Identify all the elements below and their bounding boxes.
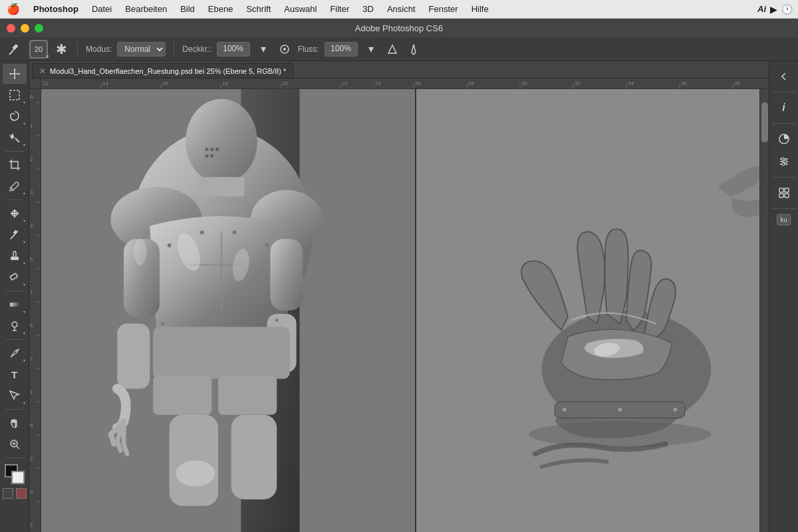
color-panel-button[interactable] xyxy=(772,129,796,149)
zoom-tool[interactable] xyxy=(3,434,27,454)
deckr-label: Deckkr.: xyxy=(182,45,211,54)
gradient-tool[interactable]: ▾ xyxy=(3,295,27,315)
canvas-area: ✕ Modul3_Hand_Oberflaechen_Ruestung.psd … xyxy=(29,61,769,532)
clock-icon[interactable]: 🕐 xyxy=(781,4,793,15)
path-select-tool[interactable]: ▾ xyxy=(3,386,27,406)
svg-text:28: 28 xyxy=(468,80,474,86)
fullscreen-button[interactable] xyxy=(35,24,43,33)
crop-tool[interactable] xyxy=(3,155,27,175)
svg-text:2: 2 xyxy=(30,522,33,528)
svg-rect-8 xyxy=(13,230,17,235)
hand-tool[interactable] xyxy=(3,413,27,433)
brush-tool-icon[interactable] xyxy=(5,40,24,59)
svg-text:26: 26 xyxy=(415,80,421,86)
deckr-value[interactable]: 100% xyxy=(217,42,250,57)
fluss-value[interactable]: 100% xyxy=(325,42,358,57)
deckr-arrow[interactable]: ▾ xyxy=(255,41,271,57)
menu-photoshop[interactable]: Photoshop xyxy=(27,0,85,18)
standard-mode[interactable] xyxy=(3,488,13,499)
heal-brush-tool[interactable]: ▾ xyxy=(3,203,27,223)
eraser-tool[interactable]: ▾ xyxy=(3,267,27,287)
svg-rect-0 xyxy=(12,44,18,50)
rpanel-separator-2 xyxy=(772,123,796,124)
svg-rect-136 xyxy=(779,188,783,192)
lasso-tool[interactable]: ▾ xyxy=(3,106,27,126)
modus-select[interactable]: Normal xyxy=(117,42,166,57)
svg-rect-96 xyxy=(210,154,213,158)
dodge-tool[interactable]: ▾ xyxy=(3,316,27,336)
brush-preset-picker[interactable]: 20 xyxy=(29,40,48,59)
canvas-scroll-area[interactable] xyxy=(41,89,759,532)
svg-point-128 xyxy=(529,422,711,448)
move-tool[interactable] xyxy=(3,64,27,84)
menu-ansicht[interactable]: Ansicht xyxy=(380,0,422,18)
adobe-icon[interactable]: Ai xyxy=(757,4,766,14)
svg-text:22: 22 xyxy=(342,80,348,86)
tools-panel-button[interactable] xyxy=(772,183,796,203)
pen-tool[interactable]: ▾ xyxy=(3,343,27,363)
menu-filter[interactable]: Filter xyxy=(323,0,356,18)
svg-text:3: 3 xyxy=(30,190,33,196)
left-toolbar: ▾ ▾ ▾ ▾ xyxy=(0,61,29,532)
svg-point-133 xyxy=(781,158,784,160)
svg-text:8: 8 xyxy=(30,422,33,428)
background-color[interactable] xyxy=(11,471,25,484)
canvas-left-image[interactable] xyxy=(41,89,415,532)
svg-rect-138 xyxy=(779,194,783,198)
brush-options-icon[interactable]: ✱ xyxy=(53,41,69,57)
ku-panel-button[interactable]: ku xyxy=(777,214,791,225)
airbrush-icon[interactable] xyxy=(277,41,293,57)
adjust-panel-button[interactable] xyxy=(772,152,796,172)
apple-menu[interactable]: 🍎 xyxy=(0,3,27,15)
svg-text:20: 20 xyxy=(282,80,288,86)
panel-collapse-button[interactable] xyxy=(772,66,796,86)
brush-tool[interactable]: ▾ xyxy=(3,225,27,245)
menu-schrift[interactable]: Schrift xyxy=(239,0,277,18)
svg-rect-92 xyxy=(205,148,209,151)
scroll-thumb[interactable] xyxy=(761,102,768,142)
menu-bild[interactable]: Bild xyxy=(174,0,201,18)
svg-text:0: 0 xyxy=(30,489,33,495)
info-panel-button[interactable]: i xyxy=(772,98,796,118)
svg-text:32: 32 xyxy=(575,80,581,86)
eyedropper-tool[interactable]: ▾ xyxy=(3,176,27,196)
tb-sep-5 xyxy=(5,409,24,410)
menu-hilfe[interactable]: Hilfe xyxy=(465,0,495,18)
magic-wand-tool[interactable]: ▾ xyxy=(3,128,27,148)
quick-mask-mode[interactable] xyxy=(16,488,27,499)
svg-text:18: 18 xyxy=(222,80,228,86)
svg-rect-108 xyxy=(218,376,277,415)
svg-text:4: 4 xyxy=(30,223,33,229)
fluss-label: Fluss: xyxy=(298,45,319,54)
menu-bearbeiten[interactable]: Bearbeiten xyxy=(118,0,174,18)
svg-text:6: 6 xyxy=(30,323,33,329)
menu-datei[interactable]: Datei xyxy=(85,0,118,18)
menu-auswahl[interactable]: Auswahl xyxy=(277,0,323,18)
main-layout: ▾ ▾ ▾ ▾ xyxy=(0,61,798,532)
svg-rect-110 xyxy=(231,415,277,499)
svg-point-91 xyxy=(186,99,257,184)
menu-3d[interactable]: 3D xyxy=(356,0,380,18)
vertical-scrollbar[interactable] xyxy=(759,89,769,532)
svg-text:2: 2 xyxy=(30,456,33,462)
select-rect-tool[interactable]: ▾ xyxy=(3,85,27,105)
document-tab[interactable]: ✕ Modul3_Hand_Oberflaechen_Ruestung.psd … xyxy=(32,63,293,78)
stamp-tool[interactable]: ▾ xyxy=(3,246,27,266)
minimize-button[interactable] xyxy=(21,24,29,33)
close-button[interactable] xyxy=(7,24,15,33)
fluss-arrow[interactable]: ▾ xyxy=(363,41,379,57)
tab-title: Modul3_Hand_Oberflaechen_Ruestung.psd be… xyxy=(50,67,286,75)
screen-record-icon[interactable]: ▶ xyxy=(770,4,777,15)
canvas-right-image[interactable] xyxy=(415,89,759,532)
svg-rect-9 xyxy=(11,257,19,260)
tab-close-button[interactable]: ✕ xyxy=(39,66,46,76)
app-title: Adobe Photoshop CS6 xyxy=(355,23,443,33)
menu-ebene[interactable]: Ebene xyxy=(201,0,240,18)
ruler-and-canvas: 12 14 16 18 20 22 xyxy=(29,78,769,532)
tb-sep-4 xyxy=(5,339,24,340)
menu-fenster[interactable]: Fenster xyxy=(422,0,465,18)
stylus-icon[interactable] xyxy=(406,41,422,57)
pressure-icon[interactable] xyxy=(384,41,400,57)
text-tool[interactable]: T xyxy=(3,364,27,384)
quick-mask-area xyxy=(3,488,27,499)
